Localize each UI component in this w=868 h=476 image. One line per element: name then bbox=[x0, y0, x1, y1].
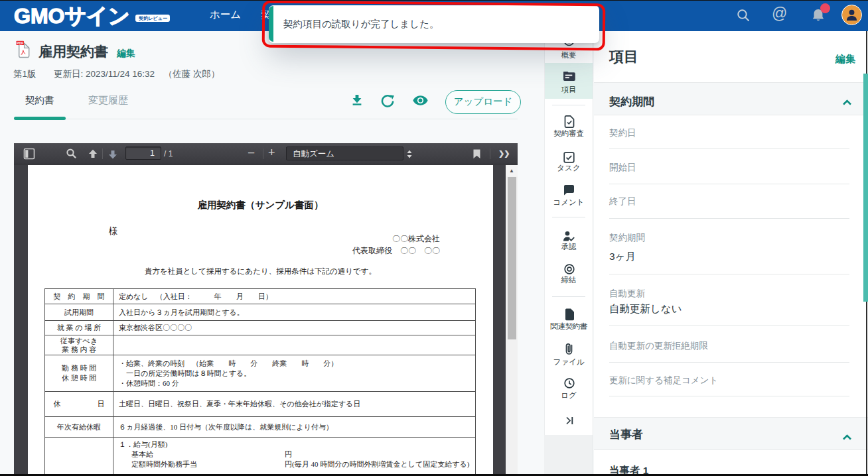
svg-text:PDF: PDF bbox=[17, 41, 23, 45]
